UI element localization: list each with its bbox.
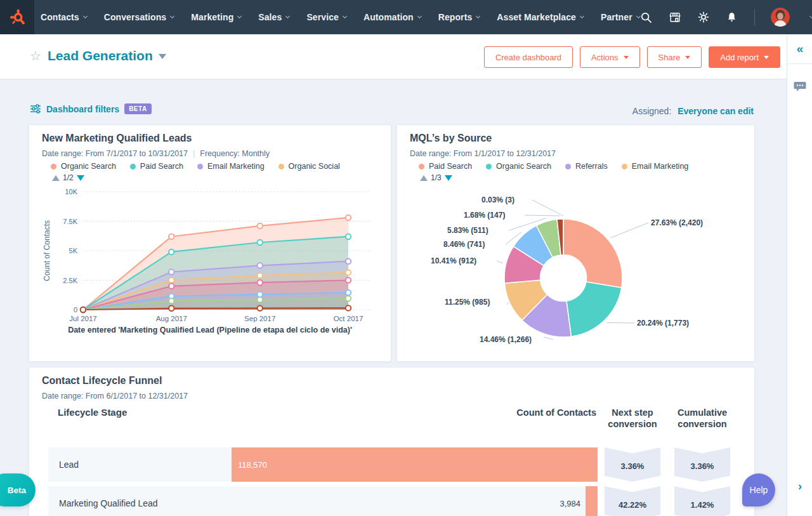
svg-text:Count of Contacts: Count of Contacts [43, 220, 51, 281]
report-card-new-mqls: New Marketing Qualified Leads Date range… [29, 124, 391, 362]
report-card-mqls-by-source: MQL’s by Source Date range: From 1/1/201… [396, 124, 755, 362]
add-report-button[interactable]: Add report [709, 46, 780, 68]
create-dashboard-button[interactable]: Create dashboard [484, 46, 573, 68]
nav-item-sales[interactable]: Sales [258, 12, 289, 22]
nav-actions [640, 8, 812, 27]
share-label: Share [658, 53, 681, 62]
account-chevron-down-icon[interactable] [809, 14, 812, 18]
svg-text:5K: 5K [69, 247, 78, 255]
report-title[interactable]: MQL’s by Source [410, 133, 492, 144]
count-value: 118,570 [238, 447, 267, 482]
dashboard-title-caret-icon[interactable] [159, 54, 166, 59]
column-header-cumulative: Cumulative conversion [667, 407, 738, 430]
caret-down-icon [685, 56, 690, 59]
search-icon[interactable] [640, 11, 653, 23]
help-floating-button[interactable]: Help [742, 473, 775, 506]
filters-sliders-icon [30, 104, 41, 114]
legend-next-page-icon[interactable] [445, 175, 452, 181]
stage-label: Lead [59, 447, 79, 482]
x-axis-title: Date entered 'Marketing Qualified Lead (… [29, 325, 391, 335]
legend-next-page-icon[interactable] [77, 175, 84, 181]
nav-item-automation[interactable]: Automation [363, 12, 421, 22]
report-title[interactable]: Contact Lifecycle Funnel [42, 375, 162, 387]
legend-dot [197, 164, 203, 169]
date-range-text: Date range: From 6/1/2017 to 12/31/2017 [42, 392, 188, 400]
legend-prev-page-icon[interactable] [52, 175, 60, 181]
svg-text:0: 0 [74, 306, 77, 314]
legend-dot [419, 164, 424, 169]
cumulative-conversion-badge: 1.42% [674, 486, 730, 516]
actions-button[interactable]: Actions [580, 46, 640, 68]
chevron-down-icon [83, 14, 88, 18]
nav-item-marketing[interactable]: Marketing [191, 12, 241, 22]
user-avatar[interactable] [771, 8, 790, 27]
legend-dot [622, 164, 627, 169]
pie-slice-label: 0.03% (3) [481, 195, 514, 204]
next-step-conversion-badge: 42.22% [605, 486, 660, 516]
legend-page-indicator: 1/3 [431, 173, 442, 182]
favorite-star-icon[interactable]: ☆ [30, 50, 41, 62]
pie-slice-label: 20.24% (1,773) [637, 319, 689, 327]
nav-item-partner[interactable]: Partner [601, 12, 640, 22]
assigned-value-link[interactable]: Everyone can edit [678, 106, 754, 116]
legend-prev-page-icon[interactable] [420, 175, 428, 181]
chevron-down-icon [170, 14, 174, 18]
legend-item[interactable]: Organic Search [486, 162, 551, 171]
nav-item-asset-marketplace[interactable]: Asset Marketplace [497, 12, 584, 22]
donut-chart[interactable] [403, 189, 749, 357]
svg-text:Jul 2017: Jul 2017 [69, 315, 96, 322]
legend-item[interactable]: Paid Search [130, 162, 183, 171]
legend-dot [486, 164, 492, 169]
legend-page-indicator: 1/2 [63, 173, 74, 182]
share-button[interactable]: Share [647, 46, 702, 68]
pie-slice-label: 8.46% (741) [443, 240, 485, 249]
chevron-down-icon [476, 14, 480, 18]
pie-slice-label: 11.25% (985) [445, 298, 490, 307]
pie-slice-label: 1.68% (147) [464, 211, 505, 220]
hubspot-dashboard-screen: Contacts Conversations Marketing Sales S… [0, 0, 812, 516]
notifications-bell-icon[interactable] [726, 11, 738, 23]
actions-label: Actions [591, 53, 619, 62]
caret-down-icon [624, 56, 629, 59]
legend-item[interactable]: Email Marketing [622, 162, 689, 171]
next-step-conversion-badge: 3.36% [605, 447, 660, 482]
legend-item[interactable]: Referrals [565, 162, 608, 171]
nav-item-contacts[interactable]: Contacts [41, 12, 87, 22]
dashboard-title[interactable]: Lead Generation [48, 48, 153, 63]
chevron-down-icon [580, 14, 584, 18]
chevron-down-icon [285, 14, 290, 18]
nav-item-service[interactable]: Service [306, 12, 346, 22]
funnel-bar[interactable] [586, 486, 598, 516]
legend-item[interactable]: Email Marketing [197, 162, 265, 171]
legend-pager: 1/3 [420, 173, 452, 182]
next-panel-icon[interactable]: › [787, 480, 812, 493]
pie-slice-label: 27.63% (2,420) [651, 218, 703, 227]
svg-text:Oct 2017: Oct 2017 [334, 315, 363, 322]
chart-legend: Organic Search Paid Search Email Marketi… [51, 162, 340, 171]
collapse-sidebar-icon[interactable]: « [787, 39, 812, 58]
date-range-text: Date range: From 1/1/2017 to 12/31/2017 [410, 149, 556, 158]
report-title[interactable]: New Marketing Qualified Leads [42, 133, 192, 144]
marketplace-icon[interactable] [669, 11, 681, 23]
beta-floating-button[interactable]: Beta [0, 473, 36, 506]
funnel-row: Marketing Qualified Lead3,984 [48, 486, 598, 516]
nav-menu: Contacts Conversations Marketing Sales S… [41, 12, 640, 22]
nav-item-conversations[interactable]: Conversations [104, 12, 174, 22]
line-area-chart[interactable]: 02.5K5K7.5K10KJul 2017Aug 2017Sep 2017Oc… [37, 185, 383, 326]
svg-text:Aug 2017: Aug 2017 [156, 315, 187, 322]
hubspot-logo[interactable] [0, 0, 34, 34]
chevron-down-icon [237, 14, 242, 18]
legend-item[interactable]: Organic Social [278, 162, 340, 171]
comments-icon[interactable] [794, 81, 806, 95]
beta-badge: BETA [124, 103, 151, 114]
settings-gear-icon[interactable] [697, 11, 710, 23]
report-date-range: Date range: From 1/1/2017 to 12/31/2017 [410, 149, 556, 158]
funnel-bar[interactable]: 118,570 [232, 447, 598, 482]
dashboard-filters-control[interactable]: Dashboard filters BETA [30, 103, 152, 114]
legend-item[interactable]: Paid Search [419, 162, 472, 171]
add-report-label: Add report [720, 53, 759, 62]
svg-text:Sep 2017: Sep 2017 [244, 315, 275, 322]
svg-text:10K: 10K [65, 188, 77, 195]
legend-item[interactable]: Organic Search [51, 162, 116, 171]
nav-item-reports[interactable]: Reports [438, 12, 480, 22]
